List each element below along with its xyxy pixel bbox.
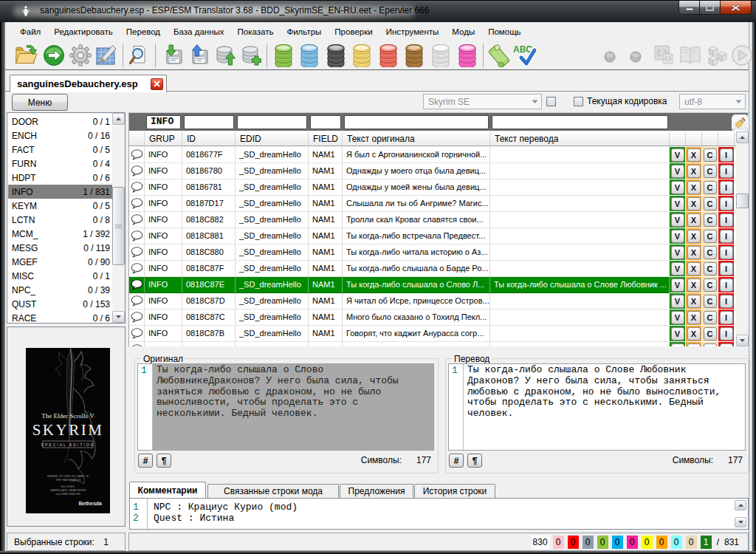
table-row-3[interactable]: INFO08186781_SD_dreamHelloNAM1Однажды у … (129, 179, 736, 196)
encoding-checkbox[interactable] (574, 97, 583, 106)
row-button-c[interactable]: C (702, 310, 718, 326)
app-icon[interactable] (20, 5, 32, 17)
row-button-v[interactable]: V (670, 212, 686, 228)
group-row-furn[interactable]: FURN 0 / 4 (8, 157, 113, 171)
db-green-icon[interactable] (272, 44, 295, 67)
bottom-tab-1[interactable]: Комментарии (129, 482, 206, 498)
column-header-1[interactable]: GRUP (145, 132, 182, 146)
table-row-11[interactable]: INFO0818C87C_SD_dreamHelloNAM1Много было… (129, 310, 736, 326)
search-file-icon[interactable] (127, 44, 151, 67)
close-button[interactable] (721, 1, 752, 15)
row-button-c[interactable]: C (702, 179, 718, 196)
book-icon[interactable] (678, 44, 702, 67)
db-blue-icon[interactable] (298, 44, 321, 67)
row-button-x[interactable]: X (686, 228, 702, 244)
row-button-x[interactable]: X (686, 293, 702, 310)
row-button-v[interactable]: V (670, 244, 686, 261)
scroll-down-button[interactable] (112, 311, 125, 323)
open-folder-icon[interactable] (14, 44, 38, 67)
group-row-fact[interactable]: FACT 0 / 5 (8, 143, 113, 157)
save-up-icon[interactable] (187, 44, 210, 67)
scrollbar-thumb[interactable] (736, 194, 749, 208)
file-tab[interactable]: sanguinesDebauchery.esp (10, 75, 167, 92)
menu-button[interactable]: Меню (12, 94, 68, 111)
row-button-v[interactable]: V (670, 261, 686, 277)
group-row-door[interactable]: DOOR 0 / 1 (8, 114, 113, 129)
db-brown-icon[interactable] (402, 44, 426, 67)
table-row-6[interactable]: INFO0818C881_SD_dreamHelloNAM1Ты когда-л… (129, 228, 736, 244)
comments-box[interactable]: 1 2 NPC : Крациус Курио (mod) Quest : Ис… (129, 498, 749, 530)
menu-item-1[interactable]: Файл (13, 24, 47, 40)
row-button-v[interactable]: V (670, 228, 686, 244)
row-button-x[interactable]: X (686, 244, 702, 261)
filter-input-4[interactable] (310, 115, 341, 129)
row-button-x[interactable]: X (686, 310, 702, 326)
group-row-mesg[interactable]: MESG 0 / 119 (8, 242, 113, 256)
column-header-2[interactable]: ID (182, 132, 236, 146)
row-button-v[interactable]: V (670, 293, 686, 310)
group-row-ench[interactable]: ENCH 0 / 16 (8, 129, 113, 143)
row-button-i[interactable]: I (718, 277, 735, 293)
table-row-10[interactable]: INFO0818C87D_SD_dreamHelloNAM1Я читал об… (129, 293, 736, 310)
maximize-button[interactable] (700, 1, 721, 15)
row-button-v[interactable]: V (670, 277, 686, 293)
filter-input-1[interactable]: INFO (146, 115, 181, 129)
clear-filters-button[interactable] (732, 115, 748, 131)
table-row-4[interactable]: INFO08187D17_SD_dreamHelloNAM1Слышала ли… (129, 196, 736, 212)
menu-item-8[interactable]: Инструменты (379, 24, 446, 40)
group-row-qust[interactable]: QUST 0 / 153 (8, 298, 113, 312)
scrollbar[interactable] (736, 131, 749, 346)
column-header-3[interactable]: EDID (236, 132, 309, 146)
group-row-keym[interactable]: KEYM 0 / 5 (8, 199, 113, 213)
table-row-1[interactable]: INFO0818677F_SD_dreamHelloNAM1Я был с Ар… (129, 147, 736, 163)
row-button-x[interactable]: X (686, 261, 702, 277)
group-row-info[interactable]: INFO 1 / 831 (8, 185, 113, 199)
cubes-icon[interactable] (706, 44, 729, 67)
led-icon[interactable] (598, 44, 622, 67)
row-button-c[interactable]: C (702, 342, 718, 346)
go-icon[interactable] (42, 44, 66, 67)
row-button-x[interactable]: X (686, 326, 702, 342)
game-combo[interactable]: Skyrim SE (423, 94, 542, 109)
filter-input-3[interactable] (237, 115, 307, 129)
row-button-i[interactable]: I (718, 261, 735, 277)
row-button-i[interactable]: I (718, 326, 735, 342)
row-button-i[interactable]: I (718, 147, 735, 163)
menu-item-4[interactable]: База данных (167, 24, 231, 40)
row-button-v[interactable]: V (670, 179, 686, 196)
encoding-combo[interactable]: utf-8 (679, 94, 746, 109)
table-row-12[interactable]: INFO0818C87B_SD_dreamHelloNAM1Говорят, ч… (129, 326, 736, 342)
bottom-tab-4[interactable]: История строки (414, 484, 495, 498)
filter-input-6[interactable] (492, 115, 668, 129)
row-button-i[interactable]: I (718, 244, 735, 261)
spellcheck-icon[interactable]: ABC (512, 44, 536, 67)
edit-grid-icon[interactable] (94, 44, 118, 67)
filter-input-2[interactable] (184, 115, 234, 129)
filter-input-5[interactable] (344, 115, 489, 129)
row-button-c[interactable]: C (702, 147, 718, 163)
comments-scroll-down[interactable] (735, 517, 746, 527)
row-button-i[interactable]: I (718, 212, 735, 228)
row-button-x[interactable]: X (686, 179, 702, 196)
table-row-5[interactable]: INFO0818C882_SD_dreamHelloNAM1Тролли ска… (129, 212, 736, 228)
group-row-misc[interactable]: MISC 0 / 1 (8, 270, 113, 284)
table-row-13[interactable]: VXCI (129, 342, 736, 346)
bottom-tab-2[interactable]: Связанные строки мода (207, 484, 339, 498)
play-icon[interactable] (730, 44, 754, 67)
save-down-icon[interactable] (161, 44, 185, 67)
row-button-i[interactable]: I (718, 228, 735, 244)
checkbox-1[interactable] (546, 97, 556, 106)
group-row-npc_[interactable]: NPC_ 0 / 39 (8, 284, 113, 298)
row-button-x[interactable]: X (686, 342, 702, 346)
scrollbar-thumb[interactable] (112, 187, 125, 265)
row-button-v[interactable]: V (670, 342, 686, 346)
db-up-icon[interactable] (213, 44, 236, 67)
menu-item-7[interactable]: Проверки (328, 24, 379, 40)
group-row-mgef[interactable]: MGEF 0 / 90 (8, 256, 113, 270)
row-button-c[interactable]: C (702, 326, 718, 342)
scrollbar-track[interactable] (736, 131, 749, 346)
db-pink-icon[interactable] (456, 44, 479, 67)
menu-item-3[interactable]: Перевод (120, 24, 167, 40)
row-button-i[interactable]: I (718, 293, 735, 310)
menu-item-10[interactable]: Помощь (481, 24, 527, 40)
